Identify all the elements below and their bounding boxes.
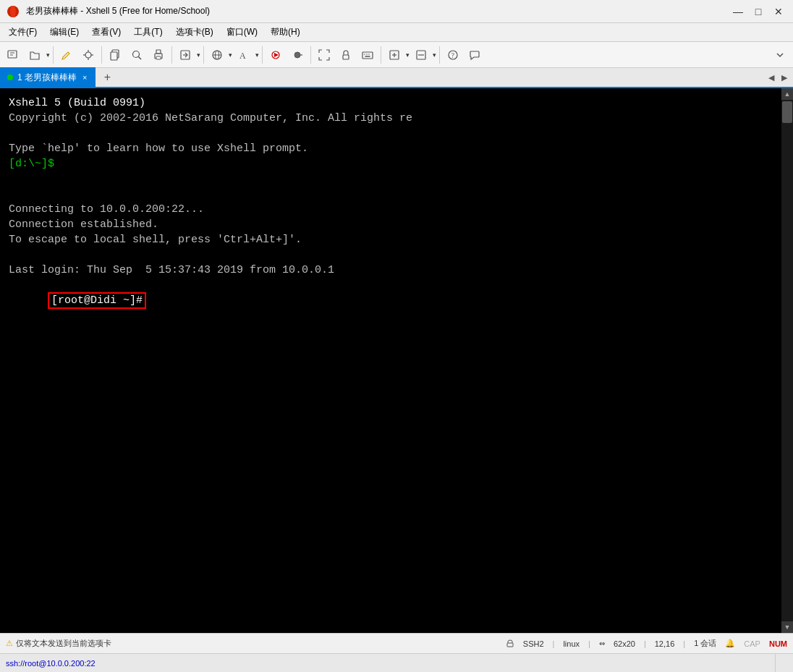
svg-text:A: A — [239, 51, 246, 61]
svg-rect-28 — [362, 52, 373, 59]
title-bar: 老男孩棒棒棒 - Xshell 5 (Free for Home/School)… — [0, 0, 793, 23]
scroll-up-button[interactable]: ▲ — [781, 88, 793, 100]
copy-button[interactable] — [105, 45, 125, 65]
svg-point-25 — [294, 52, 300, 58]
toolbar: ▾ ▾ ▾ A ▾ ▾ — [0, 42, 793, 68]
status-bell-icon: 🔔 — [725, 639, 735, 648]
status-os: linux — [563, 639, 580, 648]
toolbar-sep-2 — [101, 46, 102, 64]
svg-line-13 — [139, 56, 142, 59]
scroll-down-button[interactable]: ▼ — [781, 621, 793, 633]
properties-button[interactable] — [78, 45, 98, 65]
ssh-connection-label: ssh://root@10.0.0.200:22 — [6, 659, 775, 668]
toolbar-sep-7 — [381, 46, 381, 64]
svg-text:?: ? — [451, 51, 455, 59]
transfer-button[interactable] — [175, 45, 195, 65]
term-line-2: Copyright (c) 2002-2016 NetSarang Comput… — [9, 111, 784, 126]
term-line-1: Xshell 5 (Build 0991) — [9, 95, 784, 111]
info-bar: ssh://root@10.0.0.200:22 — [0, 653, 793, 672]
title-text: 老男孩棒棒棒 - Xshell 5 (Free for Home/School) — [26, 5, 210, 17]
tab-active[interactable]: 1 老男孩棒棒棒 × — [0, 67, 96, 88]
font-dropdown[interactable]: ▾ — [255, 51, 259, 59]
svg-rect-15 — [156, 50, 161, 54]
term-line-10: To escape to local shell, press 'Ctrl+Al… — [9, 232, 784, 247]
term-line-4: Type `help' to learn how to use Xshell p… — [9, 141, 784, 156]
plus-dropdown[interactable]: ▾ — [406, 51, 410, 59]
svg-marker-24 — [274, 53, 279, 57]
help-button[interactable]: ? — [443, 45, 463, 65]
menu-window[interactable]: 窗口(W) — [221, 25, 263, 40]
lock-button[interactable] — [336, 45, 356, 65]
fullscreen-button[interactable] — [314, 45, 334, 65]
term-line-5: [d:\~]$ — [9, 156, 784, 171]
tab-close-button[interactable]: × — [81, 73, 88, 82]
menu-file[interactable]: 文件(F) — [3, 25, 43, 40]
tab-nav-prev[interactable]: ◀ — [766, 72, 777, 84]
status-sep-2: | — [588, 639, 590, 648]
menu-help[interactable]: 帮助(H) — [265, 25, 306, 40]
status-warning: ⚠ 仅将文本发送到当前选项卡 — [6, 638, 500, 649]
svg-rect-16 — [156, 56, 161, 59]
scrollbar[interactable]: ▲ ▼ — [781, 88, 793, 633]
keyboard-button[interactable] — [357, 45, 378, 65]
status-num: NUM — [769, 639, 787, 648]
menu-view[interactable]: 查看(V) — [86, 25, 127, 40]
status-sep-4: | — [683, 639, 685, 648]
term-line-8: Connecting to 10.0.0.200:22... — [9, 202, 784, 217]
svg-rect-40 — [507, 643, 513, 647]
term-line-9: Connection established. — [9, 217, 784, 232]
edit-button[interactable] — [56, 45, 77, 65]
close-button[interactable]: ✕ — [770, 4, 787, 19]
open-dropdown[interactable]: ▾ — [46, 51, 50, 59]
term-line-12: Last login: Thu Sep 5 15:37:43 2019 from… — [9, 263, 784, 278]
toolbar-sep-1 — [53, 46, 54, 64]
find-button[interactable] — [127, 45, 147, 65]
tab-label: 1 老男孩棒棒棒 — [17, 72, 77, 84]
status-bar: ⚠ 仅将文本发送到当前选项卡 SSH2 | linux | ⇔ 62x20 | … — [0, 633, 793, 653]
term-line-13: [root@Didi ~]# — [9, 278, 784, 323]
toolbar-sep-4 — [203, 46, 204, 64]
macro-button[interactable] — [266, 45, 286, 65]
menu-bar: 文件(F) 编辑(E) 查看(V) 工具(T) 选项卡(B) 窗口(W) 帮助(… — [0, 23, 793, 42]
more-dropdown[interactable]: ▾ — [433, 51, 436, 59]
scroll-thumb[interactable] — [782, 101, 792, 123]
globe-dropdown[interactable]: ▾ — [229, 51, 232, 59]
app-icon — [6, 4, 20, 19]
new-session-button[interactable] — [3, 45, 23, 65]
record-button[interactable] — [287, 45, 308, 65]
terminal-wrapper: Xshell 5 (Build 0991) Copyright (c) 2002… — [0, 88, 793, 633]
globe-button[interactable] — [207, 45, 227, 65]
title-left: 老男孩棒棒棒 - Xshell 5 (Free for Home/School) — [6, 4, 210, 19]
minimize-button[interactable]: — — [729, 4, 747, 19]
tab-add-button[interactable]: + — [98, 69, 116, 86]
speech-button[interactable] — [465, 45, 485, 65]
svg-rect-2 — [8, 51, 17, 58]
collapse-toolbar-button[interactable] — [770, 45, 790, 65]
transfer-dropdown[interactable]: ▾ — [197, 51, 200, 59]
open-button[interactable] — [25, 45, 45, 65]
title-buttons: — □ ✕ — [729, 4, 787, 19]
toolbar-sep-3 — [171, 46, 172, 64]
menu-edit[interactable]: 编辑(E) — [44, 25, 85, 40]
toolbar-sep-6 — [310, 46, 311, 64]
status-right: SSH2 | linux | ⇔ 62x20 | 12,16 | 1 会话 🔔 … — [506, 638, 787, 649]
maximize-button[interactable]: □ — [750, 4, 767, 19]
svg-point-5 — [85, 52, 91, 58]
terminal[interactable]: Xshell 5 (Build 0991) Copyright (c) 2002… — [0, 88, 793, 633]
status-sep-1: | — [553, 639, 555, 648]
toolbar-sep-5 — [262, 46, 263, 64]
plus-button[interactable] — [384, 45, 404, 65]
print-button[interactable] — [148, 45, 169, 65]
status-ssh: SSH2 — [523, 639, 544, 648]
more-button[interactable] — [411, 45, 431, 65]
term-line-7 — [9, 187, 784, 202]
font-button[interactable]: A — [234, 45, 254, 65]
menu-tools[interactable]: 工具(T) — [128, 25, 168, 40]
term-line-3 — [9, 126, 784, 141]
menu-tabs[interactable]: 选项卡(B) — [170, 25, 219, 40]
warning-icon: ⚠ — [6, 639, 13, 648]
tab-bar: 1 老男孩棒棒棒 × + ◀ ▶ — [0, 68, 793, 88]
status-cursor: 12,16 — [655, 639, 675, 648]
toolbar-sep-8 — [439, 46, 440, 64]
tab-nav-next[interactable]: ▶ — [779, 72, 790, 84]
